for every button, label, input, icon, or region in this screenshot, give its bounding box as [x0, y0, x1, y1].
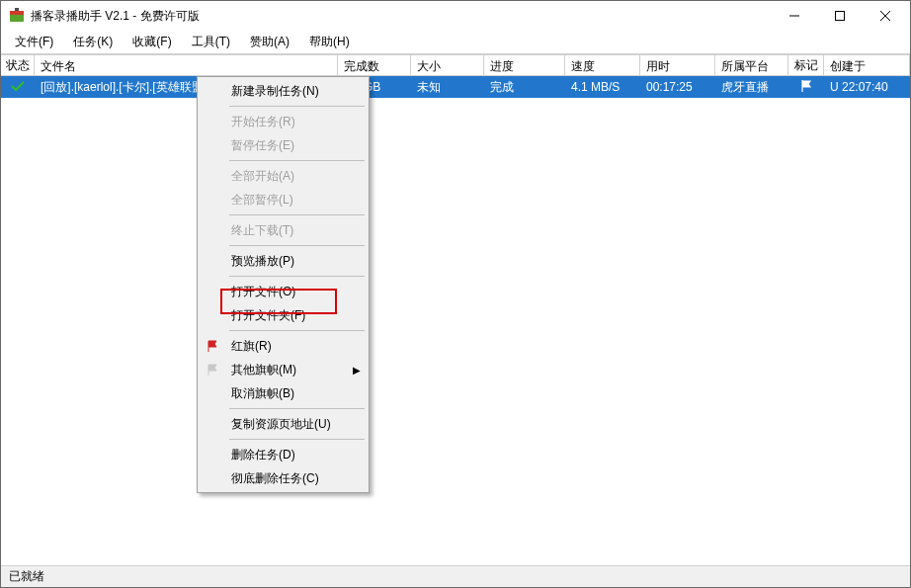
platform-cell: 虎牙直播	[715, 79, 788, 96]
col-created[interactable]: 创建于	[824, 55, 910, 75]
task-list[interactable]: [回放].[kaerlol].[卡尔].[英雄联盟].[卡尔真 · . . . …	[1, 76, 910, 565]
separator	[229, 276, 365, 277]
size-cell: 未知	[411, 79, 484, 96]
created-cell: U 22:07:40	[824, 80, 910, 94]
ctx-open-folder[interactable]: 打开文件夹(F)	[200, 303, 367, 327]
table-row[interactable]: [回放].[kaerlol].[卡尔].[英雄联盟].[卡尔真 · . . . …	[1, 76, 910, 98]
svg-rect-1	[10, 11, 24, 15]
col-speed[interactable]: 速度	[565, 55, 640, 75]
menubar: 文件(F) 任务(K) 收藏(F) 工具(T) 赞助(A) 帮助(H)	[1, 31, 910, 54]
titlebar: 播客录播助手 V2.1 - 免费许可版	[1, 1, 910, 31]
ctx-pause-all: 全部暂停(L)	[200, 188, 367, 211]
separator	[229, 439, 365, 440]
status-text: 已就绪	[9, 568, 44, 585]
menu-tools[interactable]: 工具(T)	[182, 31, 240, 53]
ctx-other-flags-label: 其他旗帜(M)	[231, 362, 296, 378]
col-elapsed[interactable]: 用时	[640, 55, 715, 75]
ctx-other-flags[interactable]: 其他旗帜(M) ▶	[200, 358, 367, 381]
status-cell	[1, 80, 35, 95]
ctx-red-flag-label: 红旗(R)	[231, 338, 272, 355]
menu-donate[interactable]: 赞助(A)	[240, 31, 299, 53]
ctx-open-file[interactable]: 打开文件(O)	[200, 280, 367, 303]
flag-gray-icon	[205, 362, 220, 378]
col-completed[interactable]: 完成数	[338, 55, 411, 75]
ctx-cancel-flag[interactable]: 取消旗帜(B)	[200, 381, 367, 405]
chevron-right-icon: ▶	[353, 365, 361, 376]
ctx-preview[interactable]: 预览播放(P)	[200, 249, 367, 273]
ctx-start-task: 开始任务(R)	[200, 110, 367, 133]
menu-tasks[interactable]: 任务(K)	[63, 31, 123, 53]
svg-rect-4	[836, 12, 845, 21]
app-icon	[9, 8, 25, 24]
col-flag[interactable]: 标记	[788, 55, 824, 75]
col-size[interactable]: 大小	[411, 55, 484, 75]
separator	[229, 160, 365, 161]
ctx-delete-fully[interactable]: 彻底删除任务(C)	[200, 466, 367, 490]
separator	[229, 214, 365, 215]
ctx-stop-download: 终止下载(T)	[200, 218, 367, 242]
ctx-start-all: 全部开始(A)	[200, 164, 367, 188]
svg-rect-2	[15, 8, 19, 11]
menu-help[interactable]: 帮助(H)	[299, 31, 360, 53]
separator	[229, 106, 365, 107]
statusbar: 已就绪	[1, 565, 910, 587]
col-progress[interactable]: 进度	[484, 55, 565, 75]
col-status[interactable]: 状态	[1, 55, 35, 75]
flag-cell	[788, 79, 824, 96]
col-platform[interactable]: 所属平台	[715, 55, 788, 75]
separator	[229, 245, 365, 246]
menu-favorites[interactable]: 收藏(F)	[123, 31, 181, 53]
menu-file[interactable]: 文件(F)	[5, 31, 63, 53]
speed-cell: 4.1 MB/S	[565, 80, 640, 94]
separator	[229, 330, 365, 331]
col-filename[interactable]: 文件名	[35, 55, 338, 75]
flag-red-icon	[205, 338, 220, 354]
context-menu: 新建录制任务(N) 开始任务(R) 暂停任务(E) 全部开始(A) 全部暂停(L…	[197, 76, 370, 493]
ctx-pause-task: 暂停任务(E)	[200, 133, 367, 157]
minimize-button[interactable]	[772, 2, 817, 30]
ctx-copy-url[interactable]: 复制资源页地址(U)	[200, 412, 367, 436]
close-button[interactable]	[863, 2, 908, 30]
separator	[229, 408, 365, 409]
flag-icon	[799, 79, 813, 96]
window-title: 播客录播助手 V2.1 - 免费许可版	[31, 8, 772, 25]
ctx-red-flag[interactable]: 红旗(R)	[200, 334, 367, 358]
ctx-delete-task[interactable]: 删除任务(D)	[200, 443, 367, 466]
elapsed-cell: 00:17:25	[640, 80, 715, 94]
check-icon	[10, 80, 26, 95]
column-header-row: 状态 文件名 完成数 大小 进度 速度 用时 所属平台 标记 创建于	[1, 54, 910, 76]
ctx-new-task[interactable]: 新建录制任务(N)	[200, 79, 367, 103]
maximize-button[interactable]	[817, 2, 863, 30]
progress-cell: 完成	[484, 79, 565, 96]
